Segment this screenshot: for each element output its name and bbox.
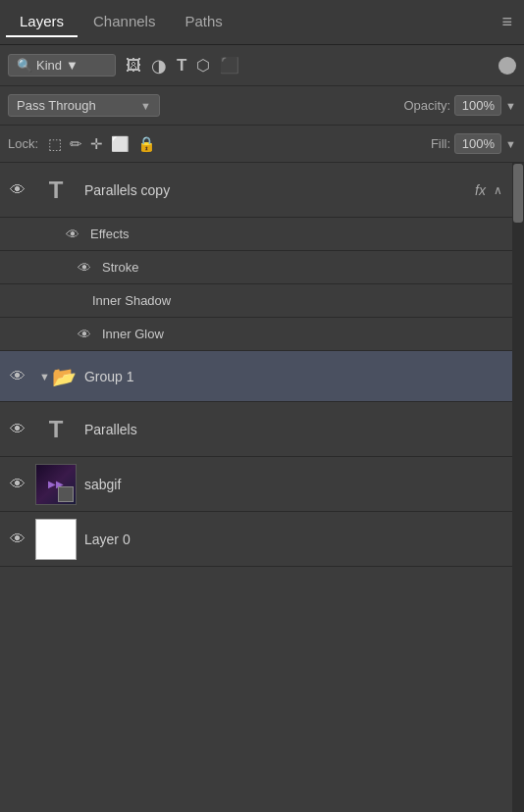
scrollbar-track[interactable] [512, 163, 524, 812]
toolbar-lock: Lock: ⬚ ✏ ✛ ⬜ 🔒 Fill: 100% ▼ [0, 126, 524, 163]
sub-row-inner-shadow[interactable]: Inner Shadow [0, 284, 512, 318]
layer-name-sabgif: sabgif [84, 477, 506, 492]
lock-image-icon[interactable]: ✏ [70, 135, 82, 153]
opacity-value[interactable]: 100% [454, 95, 501, 116]
kind-label: Kind [36, 58, 62, 73]
sub-label-inner-shadow: Inner Shadow [92, 293, 171, 308]
sub-row-effects[interactable]: 👁 Effects [0, 218, 512, 251]
sub-label-effects: Effects [90, 227, 130, 241]
group-collapse-arrow[interactable]: ▼ [39, 371, 50, 382]
lock-position-icon[interactable]: ✛ [90, 135, 103, 153]
filter-adjustment-icon[interactable]: ◑ [151, 55, 167, 76]
filter-smartobject-icon[interactable]: ⬛ [220, 56, 239, 75]
fill-group: Fill: 100% ▼ [431, 133, 516, 154]
toolbar-blendmode: Pass Through ▼ Opacity: 100% ▼ [0, 86, 524, 126]
sub-row-stroke[interactable]: 👁 Stroke [0, 251, 512, 284]
visibility-toggle-sabgif[interactable]: 👁 [0, 476, 35, 493]
tab-paths[interactable]: Paths [171, 7, 236, 37]
filter-shape-icon[interactable]: ⬡ [196, 56, 210, 75]
layer-name-group1: Group 1 [84, 369, 134, 384]
layers-panel: 👁 T Parallels copy fx ∧ 👁 Effects 👁 Stro… [0, 163, 524, 812]
fill-label: Fill: [431, 136, 450, 151]
layer-name-parallels: Parallels [84, 422, 506, 437]
tab-layers[interactable]: Layers [6, 7, 78, 37]
layer-row-sabgif[interactable]: 👁 ▶▶ sabgif [0, 457, 512, 512]
kind-select[interactable]: 🔍 Kind ▼ [8, 54, 116, 76]
blend-mode-value: Pass Through [17, 98, 96, 113]
sub-label-inner-glow: Inner Glow [102, 327, 164, 341]
fill-value[interactable]: 100% [454, 133, 501, 154]
layer-collapse-parallels-copy[interactable]: ∧ [494, 183, 502, 197]
folder-icon-group1: 📂 [52, 365, 77, 388]
blend-mode-select[interactable]: Pass Through ▼ [8, 94, 160, 117]
filter-image-icon[interactable]: 🖼 [126, 57, 141, 75]
lock-pixels-icon[interactable]: ⬚ [48, 135, 62, 153]
lock-all-icon[interactable]: 🔒 [137, 135, 156, 153]
blend-dropdown-arrow: ▼ [140, 100, 151, 112]
opacity-label: Opacity: [403, 98, 450, 113]
filter-icons: 🖼 ◑ T ⬡ ⬛ [126, 55, 239, 76]
fill-dropdown-arrow[interactable]: ▼ [505, 138, 516, 150]
thumb-layer0 [35, 519, 77, 560]
lock-label: Lock: [8, 136, 38, 151]
visibility-stroke[interactable]: 👁 [71, 260, 98, 276]
tabs-bar: Layers Channels Paths ≡ [0, 0, 524, 45]
visibility-toggle-layer0[interactable]: 👁 [0, 531, 35, 548]
layer-row-parallels-copy[interactable]: 👁 T Parallels copy fx ∧ [0, 163, 512, 218]
filter-type-icon[interactable]: T [177, 56, 186, 76]
thumb-parallels-copy: T [35, 170, 77, 211]
visibility-effects[interactable]: 👁 [59, 227, 86, 242]
layers-list: 👁 T Parallels copy fx ∧ 👁 Effects 👁 Stro… [0, 163, 512, 812]
layer-row-parallels[interactable]: 👁 T Parallels [0, 402, 512, 457]
visibility-toggle-group1[interactable]: 👁 [0, 368, 35, 385]
layer-row-layer0[interactable]: 👁 Layer 0 [0, 512, 512, 567]
visibility-toggle-parallels-copy[interactable]: 👁 [0, 181, 35, 199]
thumb-parallels: T [35, 409, 77, 450]
layer-name-parallels-copy: Parallels copy [84, 182, 475, 198]
scrollbar-thumb[interactable] [513, 164, 523, 223]
layer-fx-label[interactable]: fx [475, 182, 486, 198]
thumb-sabgif: ▶▶ [35, 464, 77, 505]
lock-icons-group: ⬚ ✏ ✛ ⬜ 🔒 [48, 135, 156, 153]
toolbar-kind: 🔍 Kind ▼ 🖼 ◑ T ⬡ ⬛ [0, 45, 524, 86]
kind-dropdown-arrow: ▼ [66, 58, 79, 73]
sub-row-inner-glow[interactable]: 👁 Inner Glow [0, 318, 512, 351]
search-icon: 🔍 [17, 58, 32, 73]
lock-artboard-icon[interactable]: ⬜ [111, 135, 130, 153]
color-swatch[interactable] [498, 57, 516, 75]
visibility-toggle-parallels[interactable]: 👁 [0, 421, 35, 438]
tab-channels[interactable]: Channels [79, 7, 169, 37]
opacity-dropdown-arrow[interactable]: ▼ [505, 100, 516, 112]
visibility-inner-glow[interactable]: 👁 [71, 327, 98, 342]
layer-row-group1[interactable]: 👁 ▼ 📂 Group 1 [0, 351, 512, 402]
sub-label-stroke: Stroke [102, 260, 139, 275]
opacity-group: Opacity: 100% ▼ [403, 95, 516, 116]
layer-name-layer0: Layer 0 [84, 532, 506, 547]
panel-menu-icon[interactable]: ≡ [496, 8, 518, 36]
